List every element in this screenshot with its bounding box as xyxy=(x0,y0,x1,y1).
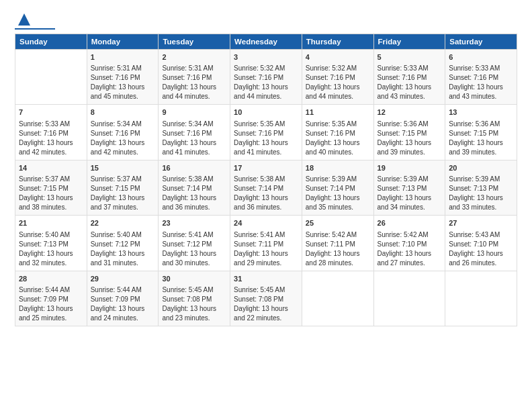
cell-text: Sunset: 7:09 PM xyxy=(91,295,155,304)
cell-text: and 35 minutes. xyxy=(306,203,370,212)
calendar-cell: 18Sunrise: 5:39 AMSunset: 7:14 PMDayligh… xyxy=(302,160,373,215)
cell-text: Sunrise: 5:34 AM xyxy=(91,120,155,129)
cell-text: Sunrise: 5:32 AM xyxy=(234,64,298,73)
calendar-cell: 26Sunrise: 5:42 AMSunset: 7:10 PMDayligh… xyxy=(373,216,445,271)
calendar-table: SundayMondayTuesdayWednesdayThursdayFrid… xyxy=(15,34,517,326)
calendar-cell: 19Sunrise: 5:39 AMSunset: 7:13 PMDayligh… xyxy=(373,160,445,215)
calendar-cell: 11Sunrise: 5:35 AMSunset: 7:16 PMDayligh… xyxy=(302,105,373,160)
cell-text: Sunset: 7:10 PM xyxy=(449,240,513,249)
calendar-cell: 5Sunrise: 5:33 AMSunset: 7:16 PMDaylight… xyxy=(373,50,445,105)
cell-text: Sunrise: 5:45 AM xyxy=(234,285,298,295)
cell-text: Daylight: 13 hours xyxy=(19,138,83,148)
cell-text: and 25 minutes. xyxy=(19,314,83,323)
day-number: 22 xyxy=(91,218,155,228)
day-number: 17 xyxy=(234,163,298,173)
cell-text: Sunrise: 5:39 AM xyxy=(306,175,370,184)
calendar-cell: 29Sunrise: 5:44 AMSunset: 7:09 PMDayligh… xyxy=(87,271,159,326)
cell-text: and 41 minutes. xyxy=(162,148,226,157)
week-row-5: 28Sunrise: 5:44 AMSunset: 7:09 PMDayligh… xyxy=(15,271,517,326)
cell-text: Sunset: 7:09 PM xyxy=(19,295,83,304)
cell-text: Sunset: 7:13 PM xyxy=(19,240,83,249)
cell-text: and 39 minutes. xyxy=(378,148,442,157)
cell-text: and 43 minutes. xyxy=(378,92,442,101)
cell-text: Daylight: 13 hours xyxy=(162,138,226,148)
calendar-cell: 4Sunrise: 5:32 AMSunset: 7:16 PMDaylight… xyxy=(302,50,373,105)
cell-text: and 29 minutes. xyxy=(234,259,298,268)
cell-text: Sunset: 7:16 PM xyxy=(234,73,298,83)
cell-text: Daylight: 13 hours xyxy=(91,304,155,314)
cell-text: and 23 minutes. xyxy=(162,314,226,323)
cell-text: Sunset: 7:16 PM xyxy=(19,129,83,138)
day-number: 16 xyxy=(162,163,226,173)
day-number: 23 xyxy=(162,218,226,228)
cell-text: Sunrise: 5:37 AM xyxy=(19,175,83,184)
cell-text: Sunrise: 5:37 AM xyxy=(91,175,155,184)
calendar-cell: 2Sunrise: 5:31 AMSunset: 7:16 PMDaylight… xyxy=(159,50,230,105)
cell-text: and 32 minutes. xyxy=(19,259,83,268)
cell-text: Daylight: 13 hours xyxy=(19,304,83,314)
cell-text: Daylight: 13 hours xyxy=(449,193,513,203)
day-number: 19 xyxy=(378,163,442,173)
cell-text: Sunrise: 5:39 AM xyxy=(449,175,513,184)
calendar-cell: 16Sunrise: 5:38 AMSunset: 7:14 PMDayligh… xyxy=(159,160,230,215)
calendar-cell: 22Sunrise: 5:40 AMSunset: 7:12 PMDayligh… xyxy=(87,216,159,271)
cell-text: Sunset: 7:12 PM xyxy=(162,240,226,249)
cell-text: Daylight: 13 hours xyxy=(162,304,226,314)
calendar-cell: 8Sunrise: 5:34 AMSunset: 7:16 PMDaylight… xyxy=(87,105,159,160)
page: SundayMondayTuesdayWednesdayThursdayFrid… xyxy=(0,0,532,411)
cell-text: Sunrise: 5:40 AM xyxy=(19,230,83,240)
cell-text: Daylight: 13 hours xyxy=(162,249,226,259)
cell-text: and 22 minutes. xyxy=(234,314,298,323)
cell-text: and 38 minutes. xyxy=(19,203,83,212)
cell-text: Daylight: 13 hours xyxy=(378,193,442,203)
cell-text: Sunset: 7:11 PM xyxy=(234,240,298,249)
cell-text: Sunset: 7:15 PM xyxy=(449,129,513,138)
day-number: 8 xyxy=(91,107,155,118)
cell-text: Sunrise: 5:39 AM xyxy=(378,175,442,184)
day-number: 24 xyxy=(234,218,298,228)
cell-text: Sunrise: 5:33 AM xyxy=(449,64,513,73)
cell-text: Sunset: 7:16 PM xyxy=(306,129,370,138)
cell-text: Sunset: 7:13 PM xyxy=(449,184,513,193)
calendar-cell: 20Sunrise: 5:39 AMSunset: 7:13 PMDayligh… xyxy=(445,160,517,215)
cell-text: Sunset: 7:16 PM xyxy=(234,129,298,138)
cell-text: Sunrise: 5:38 AM xyxy=(162,175,226,184)
cell-text: Daylight: 13 hours xyxy=(19,249,83,259)
day-number: 20 xyxy=(449,163,513,173)
cell-text: Daylight: 13 hours xyxy=(306,83,370,92)
cell-text: Sunrise: 5:42 AM xyxy=(306,230,370,240)
cell-text: Daylight: 13 hours xyxy=(91,249,155,259)
cell-text: Sunrise: 5:42 AM xyxy=(378,230,442,240)
week-row-4: 21Sunrise: 5:40 AMSunset: 7:13 PMDayligh… xyxy=(15,216,517,271)
calendar-cell: 3Sunrise: 5:32 AMSunset: 7:16 PMDaylight… xyxy=(230,50,302,105)
cell-text: Sunset: 7:16 PM xyxy=(91,129,155,138)
cell-text: Sunset: 7:16 PM xyxy=(449,73,513,83)
day-number: 13 xyxy=(449,107,513,118)
day-number: 12 xyxy=(378,107,442,118)
cell-text: Sunset: 7:16 PM xyxy=(306,73,370,83)
calendar-cell xyxy=(373,271,445,326)
cell-text: Daylight: 13 hours xyxy=(234,138,298,148)
day-number: 31 xyxy=(234,274,298,284)
calendar-cell xyxy=(445,271,517,326)
day-header-monday: Monday xyxy=(87,34,159,50)
cell-text: Sunrise: 5:38 AM xyxy=(234,175,298,184)
calendar-cell: 14Sunrise: 5:37 AMSunset: 7:15 PMDayligh… xyxy=(15,160,87,215)
cell-text: and 36 minutes. xyxy=(234,203,298,212)
cell-text: Daylight: 13 hours xyxy=(234,193,298,203)
cell-text: Sunrise: 5:35 AM xyxy=(306,120,370,129)
cell-text: Sunset: 7:14 PM xyxy=(306,184,370,193)
cell-text: and 37 minutes. xyxy=(91,203,155,212)
cell-text: and 44 minutes. xyxy=(306,92,370,101)
calendar-cell: 24Sunrise: 5:41 AMSunset: 7:11 PMDayligh… xyxy=(230,216,302,271)
cell-text: Sunset: 7:14 PM xyxy=(162,184,226,193)
cell-text: Sunset: 7:16 PM xyxy=(91,73,155,83)
cell-text: Daylight: 13 hours xyxy=(449,138,513,148)
calendar-cell: 17Sunrise: 5:38 AMSunset: 7:14 PMDayligh… xyxy=(230,160,302,215)
cell-text: and 30 minutes. xyxy=(162,259,226,268)
day-number: 15 xyxy=(91,163,155,173)
day-number: 2 xyxy=(162,52,226,62)
logo xyxy=(15,12,55,30)
cell-text: Sunset: 7:08 PM xyxy=(234,295,298,304)
calendar-cell: 9Sunrise: 5:34 AMSunset: 7:16 PMDaylight… xyxy=(159,105,230,160)
